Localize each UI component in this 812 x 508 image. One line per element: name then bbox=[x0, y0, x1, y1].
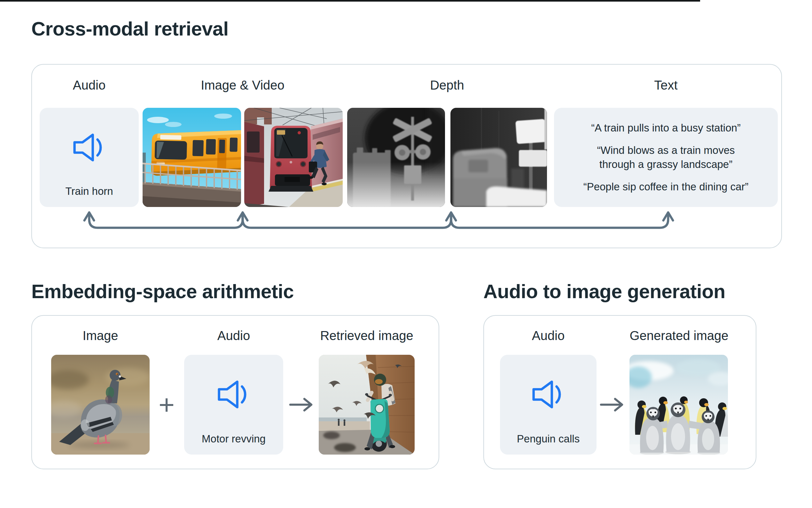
text-quote: “People sip coffee in the dining car” bbox=[583, 180, 749, 194]
depth-map-train-signs bbox=[450, 108, 547, 207]
text-prompts-card: “A train pulls into a busy station” “Win… bbox=[554, 108, 778, 207]
audio-to-image-panel: Audio Generated image Penguin calls bbox=[483, 315, 756, 469]
retrieved-scooter-photo bbox=[319, 355, 415, 455]
speaker-icon bbox=[69, 128, 109, 167]
embedding-arithmetic-panel: Image Audio Retrieved image bbox=[31, 315, 439, 469]
column-header-audio: Audio bbox=[184, 329, 283, 343]
plus-operator: + bbox=[152, 355, 181, 455]
pigeon-photo bbox=[51, 355, 150, 455]
section-title-embedding-arithmetic: Embedding-space arithmetic bbox=[31, 280, 294, 303]
cross-modal-panel: Audio Image & Video Depth Text Train hor… bbox=[31, 64, 782, 248]
generated-penguins-photo bbox=[629, 355, 728, 455]
right-arrow-icon bbox=[600, 396, 628, 413]
text-quote: “A train pulls into a busy station” bbox=[591, 121, 741, 135]
audio-sample-label: Motor revving bbox=[184, 433, 283, 445]
audio-sample-label: Train horn bbox=[40, 185, 139, 197]
audio-sample-label: Penguin calls bbox=[500, 433, 596, 445]
speaker-icon bbox=[528, 375, 568, 414]
text-quote: “Wind blows as a train moves through a g… bbox=[583, 143, 749, 171]
column-header-retrieved-image: Retrieved image bbox=[306, 329, 427, 343]
depth-map-crossing-sign bbox=[347, 108, 445, 207]
column-header-audio: Audio bbox=[500, 329, 596, 343]
column-header-generated-image: Generated image bbox=[618, 329, 740, 343]
column-header-depth: Depth bbox=[347, 78, 547, 92]
train-photo-orange bbox=[143, 108, 241, 207]
audio-sample-card-motor-revving: Motor revving bbox=[184, 355, 283, 455]
right-arrow-icon bbox=[289, 396, 318, 413]
audio-sample-card-train-horn: Train horn bbox=[40, 108, 139, 207]
column-header-text: Text bbox=[554, 78, 778, 92]
audio-sample-card-penguin-calls: Penguin calls bbox=[500, 355, 596, 455]
column-header-audio: Audio bbox=[40, 78, 139, 92]
section-title-audio-to-image: Audio to image generation bbox=[483, 280, 725, 303]
top-border-line bbox=[0, 0, 700, 2]
column-header-image: Image bbox=[51, 329, 150, 343]
up-arrow-bracket-icon bbox=[32, 205, 781, 239]
imagebind-capabilities-figure: Cross-modal retrieval Audio Image & Vide… bbox=[0, 0, 812, 508]
section-title-cross-modal-retrieval: Cross-modal retrieval bbox=[31, 17, 229, 40]
column-header-image-video: Image & Video bbox=[143, 78, 343, 92]
speaker-icon bbox=[214, 375, 253, 414]
train-photo-red-station bbox=[244, 108, 343, 207]
